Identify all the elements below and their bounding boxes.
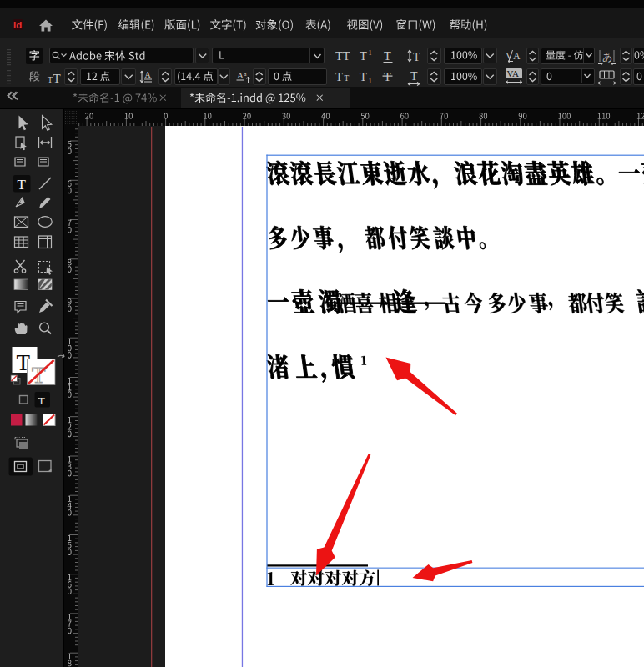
svg-text:1: 1 — [369, 48, 372, 57]
svg-text:T: T — [345, 74, 350, 83]
svg-text:T: T — [38, 394, 46, 407]
svg-text:T: T — [53, 72, 61, 85]
svg-text:Id: Id — [13, 20, 22, 30]
svg-text:A: A — [513, 50, 521, 62]
svg-text:T: T — [48, 75, 53, 84]
svg-text:A: A — [237, 70, 244, 80]
svg-text:T: T — [410, 70, 418, 83]
svg-text:T: T — [413, 51, 420, 63]
svg-text:T: T — [335, 70, 343, 83]
svg-text:T: T — [360, 49, 367, 63]
svg-text:T: T — [360, 70, 367, 83]
svg-text:a: a — [244, 70, 247, 78]
svg-text:VA: VA — [507, 68, 520, 78]
svg-text:1: 1 — [369, 77, 372, 85]
svg-text:T: T — [18, 177, 27, 193]
svg-text:T: T — [384, 70, 391, 83]
svg-text:あ: あ — [602, 51, 612, 63]
svg-text:TT: TT — [335, 49, 350, 63]
svg-text:A: A — [145, 70, 152, 79]
svg-text:T: T — [384, 49, 391, 63]
